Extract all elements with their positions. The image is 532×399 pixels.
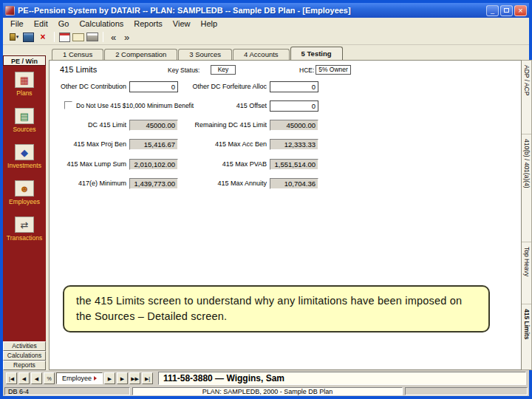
sidebar-item-plans[interactable]: ▦ Plans — [3, 72, 46, 108]
key-status-value: Key — [211, 65, 236, 75]
hce-label: HCE: — [299, 66, 314, 74]
sidebar-item-transactions[interactable]: ⇄ Transactions — [3, 216, 46, 253]
employee-selector-label: Employee — [62, 375, 92, 382]
right-tab-top-heavy[interactable]: Top Heavy — [522, 242, 531, 304]
key-status-label: Key Status: — [168, 66, 200, 74]
print-icon[interactable] — [86, 33, 98, 41]
prev-record-button[interactable]: ◀ — [18, 372, 30, 384]
menu-item-reports[interactable]: Reports — [129, 18, 168, 29]
tab-sources[interactable]: 3 Sources — [178, 49, 232, 60]
status-empty — [405, 387, 528, 395]
toolbar: ▾ × « » — [3, 30, 529, 45]
record-nav-bar: |◀ ◀ ◀ % Employee ▶ ▶ ▶▶ ▶| 111-58-3880 … — [3, 370, 529, 386]
prev-record-button-2[interactable]: ◀ — [31, 372, 42, 384]
status-plan: PLAN: SAMPLEDB, 2000 - Sample DB Plan — [132, 387, 403, 395]
max-lump-sum-field: 2,010,102.00 — [129, 159, 178, 170]
field-label: Other DC Forfeiture Alloc — [181, 83, 267, 90]
restore-icon — [504, 8, 509, 13]
restore-button[interactable] — [500, 5, 513, 16]
calculations-button[interactable]: Calculations — [3, 351, 46, 361]
navigate-icon[interactable]: ▾ — [7, 31, 21, 43]
other-dc-contribution-field[interactable]: 0 — [129, 81, 178, 92]
field-label: DC 415 Limit — [51, 121, 126, 129]
tab-strip: 1 Census 2 Compensation 3 Sources 4 Acco… — [49, 47, 343, 60]
toolbar-separator — [103, 32, 103, 42]
current-employee-record: 111-58-3880 — Wiggins, Sam — [158, 372, 526, 385]
app-icon — [5, 6, 15, 16]
menu-item-help[interactable]: Help — [196, 18, 223, 29]
reports-button[interactable]: Reports — [3, 361, 46, 370]
activities-button[interactable]: Activities — [3, 341, 46, 351]
employee-selector-button[interactable]: Employee — [56, 372, 103, 384]
page-title: 415 Limits — [60, 65, 97, 74]
plans-icon: ▦ — [15, 72, 34, 88]
field-label: Other DC Contribution — [51, 83, 126, 90]
max-acc-ben-field: 12,333.33 — [270, 139, 318, 150]
app-window: PE--Pension System by DATAIR -- PLAN: SA… — [0, 0, 532, 399]
first-record-button[interactable]: |◀ — [6, 372, 17, 384]
menu-item-calculations[interactable]: Calculations — [74, 18, 129, 29]
hce-value: 5% Owner — [316, 65, 351, 75]
menu-item-go[interactable]: Go — [53, 18, 75, 29]
tutorial-callout: the 415 Limits screen to understand why … — [63, 285, 490, 332]
menu-item-edit[interactable]: Edit — [29, 18, 53, 29]
field-label: Remaining DC 415 Limit — [181, 121, 267, 129]
min-benefit-checkbox[interactable] — [64, 101, 72, 109]
max-annuity-field: 10,704.36 — [270, 178, 318, 189]
max-pvab-field: 1,551,514.00 — [270, 159, 318, 170]
sidebar-item-label: Employees — [9, 198, 40, 205]
dropdown-arrow-icon: ▾ — [16, 34, 19, 40]
menu-item-file[interactable]: File — [5, 18, 29, 29]
sidebar-item-employees[interactable]: ☻ Employees — [3, 180, 46, 216]
toolbar-separator — [54, 32, 55, 42]
sidebar-items: ▦ Plans ▤ Sources ◆ Investments ☻ Employ… — [3, 66, 46, 341]
field-label: 415 Max Proj Ben — [51, 140, 126, 148]
sidebar-header: PE / Win — [3, 55, 46, 66]
tab-census[interactable]: 1 Census — [52, 49, 103, 60]
fast-forward-record-button[interactable]: ▶▶ — [129, 372, 140, 384]
max-proj-ben-field: 15,416.67 — [129, 139, 178, 150]
field-label: 415 Max PVAB — [181, 160, 267, 168]
save-icon[interactable] — [23, 33, 34, 42]
tutorial-callout-text: the 415 Limits screen to understand why … — [76, 295, 462, 322]
sources-icon: ▤ — [15, 108, 34, 124]
tab-testing[interactable]: 5 Testing — [290, 47, 343, 60]
last-record-button[interactable]: ▶| — [142, 372, 153, 384]
sidebar-item-label: Sources — [13, 126, 35, 133]
field-label: 415 Max Lump Sum — [51, 160, 126, 168]
title-bar: PE--Pension System by DATAIR -- PLAN: SA… — [3, 3, 529, 18]
sidebar-item-investments[interactable]: ◆ Investments — [3, 144, 46, 180]
window-controls: _ × — [486, 5, 527, 16]
close-button[interactable]: × — [514, 5, 527, 16]
calendar-icon[interactable] — [59, 33, 70, 42]
percent-button[interactable]: % — [44, 372, 55, 384]
employees-icon: ☻ — [15, 180, 34, 197]
tab-accounts[interactable]: 4 Accounts — [233, 49, 289, 60]
dc-415-limit-field: 45000.00 — [129, 120, 178, 131]
mail-icon[interactable] — [72, 33, 84, 41]
forward-icon[interactable]: » — [121, 31, 132, 43]
sidebar-item-label: Plans — [16, 89, 32, 97]
right-tab-adp-acp[interactable]: ADP / ACP — [522, 61, 531, 134]
menu-item-view[interactable]: View — [168, 18, 196, 29]
415-offset-field[interactable]: 0 — [270, 100, 318, 112]
back-icon[interactable]: « — [108, 31, 119, 43]
sidebar-item-sources[interactable]: ▤ Sources — [3, 108, 46, 144]
minimize-button[interactable]: _ — [486, 5, 499, 16]
tab-compensation[interactable]: 2 Compensation — [104, 49, 177, 60]
next-record-button-2[interactable]: ▶ — [117, 372, 128, 384]
bookmark-icon — [10, 33, 16, 41]
other-dc-forfeiture-field[interactable]: 0 — [270, 81, 318, 92]
investments-icon: ◆ — [15, 144, 34, 160]
right-tab-strip: ADP / ACP 410(b) / 401(a)(4) Top Heavy 4… — [522, 60, 532, 370]
next-record-button[interactable]: ▶ — [104, 372, 115, 384]
right-tab-410b-401a4[interactable]: 410(b) / 401(a)(4) — [522, 134, 531, 242]
main-panel: 415 Limits Key Status: Key HCE: 5% Owner… — [49, 60, 522, 370]
transactions-icon: ⇄ — [15, 216, 34, 233]
right-tab-415-limits[interactable]: 415 Limits — [522, 304, 531, 371]
sidebar-item-label: Transactions — [7, 234, 42, 242]
delete-icon[interactable]: × — [36, 31, 50, 43]
sidebar-item-label: Investments — [7, 162, 41, 169]
remaining-dc-415-limit-field: 45000.00 — [270, 120, 318, 131]
field-label: 417(e) Minimum — [51, 180, 126, 187]
